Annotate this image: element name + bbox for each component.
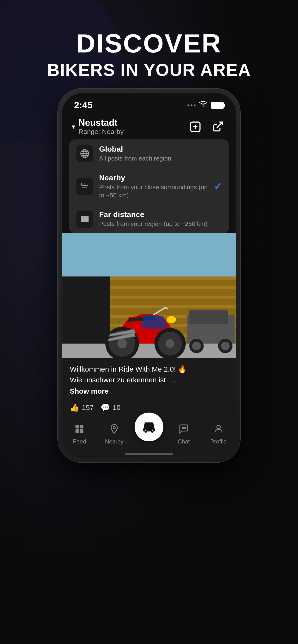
global-title: Global: [99, 145, 222, 154]
location-header: ▾ Neustadt Range: Nearby: [62, 113, 236, 140]
dropdown-item-nearby[interactable]: Nearby Posts from your close surrounding…: [69, 168, 229, 205]
location-info: Neustadt Range: Nearby: [78, 118, 123, 136]
comment-icon: 💬: [100, 403, 110, 412]
svg-point-45: [182, 428, 183, 428]
phone-notch: [135, 93, 163, 101]
profile-label: Profile: [210, 438, 227, 445]
global-text: Global All posts from each region: [99, 145, 222, 163]
ride-center-button[interactable]: [135, 412, 163, 441]
post-text-line1: Willkommen in Ride With Me 2.0! 🔥: [70, 365, 187, 373]
likes-count: 157: [82, 404, 94, 412]
signal-dots-icon: [187, 104, 196, 106]
status-time: 2:45: [74, 100, 92, 110]
chevron-down-icon[interactable]: ▾: [72, 123, 75, 130]
location-name: Neustadt: [78, 118, 123, 128]
far-title: Far distance: [99, 210, 222, 219]
far-desc: Posts from your region (up to ~250 km): [99, 220, 222, 228]
add-post-button[interactable]: [187, 118, 204, 135]
likes-stat[interactable]: 👍 157: [70, 403, 94, 412]
post-image: [62, 233, 236, 358]
nearby-desc: Posts from your close surroundings (up t…: [99, 183, 208, 200]
tab-feed[interactable]: Feed: [62, 424, 97, 445]
dropdown-item-global[interactable]: Global All posts from each region: [69, 140, 229, 168]
feed-icon: [74, 424, 85, 436]
app-screen: 2:45: [62, 93, 236, 458]
share-button[interactable]: [209, 118, 226, 135]
far-distance-icon: [76, 210, 93, 228]
comments-stat[interactable]: 💬 10: [100, 403, 120, 412]
far-text: Far distance Posts from your region (up …: [99, 210, 222, 228]
phone-screen: 2:45: [62, 93, 236, 458]
phone-outer-shell: 2:45: [58, 89, 240, 462]
svg-rect-40: [76, 425, 79, 428]
svg-point-48: [217, 425, 220, 429]
like-icon: 👍: [70, 403, 79, 412]
svg-rect-42: [76, 429, 79, 433]
status-icons: [187, 101, 224, 110]
svg-point-29: [192, 342, 201, 350]
nearby-title: Nearby: [99, 174, 208, 182]
feed-label: Feed: [73, 438, 86, 445]
profile-icon: [213, 424, 224, 436]
content-area: Willkommen in Ride With Me 2.0! 🔥 Wie un…: [62, 233, 236, 416]
show-more-button[interactable]: Show more: [70, 387, 228, 395]
battery-icon: [211, 102, 224, 109]
chat-label: Chat: [178, 438, 190, 445]
svg-point-47: [185, 428, 186, 428]
tab-profile[interactable]: Profile: [201, 424, 236, 445]
post-main-text: Willkommen in Ride With Me 2.0! 🔥 Wie un…: [70, 364, 228, 385]
wifi-icon: [199, 101, 208, 110]
hero-header: DISCOVER BIKERS IN YOUR AREA: [0, 29, 298, 80]
dropdown-item-far[interactable]: Far distance Posts from your region (up …: [69, 205, 229, 233]
tab-nearby[interactable]: Nearby: [97, 424, 132, 445]
svg-point-46: [183, 428, 184, 428]
svg-rect-25: [62, 344, 236, 358]
nearby-text: Nearby Posts from your close surrounding…: [99, 174, 208, 200]
post-card: Willkommen in Ride With Me 2.0! 🔥 Wie un…: [62, 233, 236, 416]
phone-mockup: 2:45: [58, 89, 240, 462]
svg-rect-43: [80, 429, 83, 433]
hero-subtitle: BIKERS IN YOUR AREA: [0, 60, 298, 80]
nearby-tab-icon: [109, 424, 119, 436]
discover-title: DISCOVER: [0, 29, 298, 58]
selected-checkmark-icon: ✓: [214, 181, 222, 192]
location-range: Range: Nearby: [78, 128, 123, 136]
svg-point-31: [221, 342, 230, 350]
post-text-line2: Wie unschwer zu erkennen ist, …: [70, 376, 177, 384]
location-left[interactable]: ▾ Neustadt Range: Nearby: [72, 118, 123, 136]
nearby-icon: [76, 178, 93, 195]
tab-chat[interactable]: Chat: [166, 424, 201, 445]
nearby-label: Nearby: [105, 438, 123, 445]
svg-point-44: [113, 426, 115, 428]
global-icon: [76, 145, 93, 162]
home-indicator: [125, 453, 173, 455]
svg-point-39: [167, 316, 176, 323]
svg-rect-27: [189, 310, 228, 324]
header-actions: [187, 118, 226, 135]
svg-point-37: [166, 339, 175, 348]
svg-rect-41: [80, 425, 83, 428]
range-dropdown: Global All posts from each region: [69, 140, 229, 233]
comments-count: 10: [112, 404, 120, 412]
global-desc: All posts from each region: [99, 154, 222, 163]
post-text-area: Willkommen in Ride With Me 2.0! 🔥 Wie un…: [62, 358, 236, 403]
tab-bar: Feed Nearby: [62, 416, 236, 458]
chat-icon: [179, 424, 189, 436]
svg-point-34: [117, 339, 127, 348]
tab-center-area: [132, 412, 167, 441]
